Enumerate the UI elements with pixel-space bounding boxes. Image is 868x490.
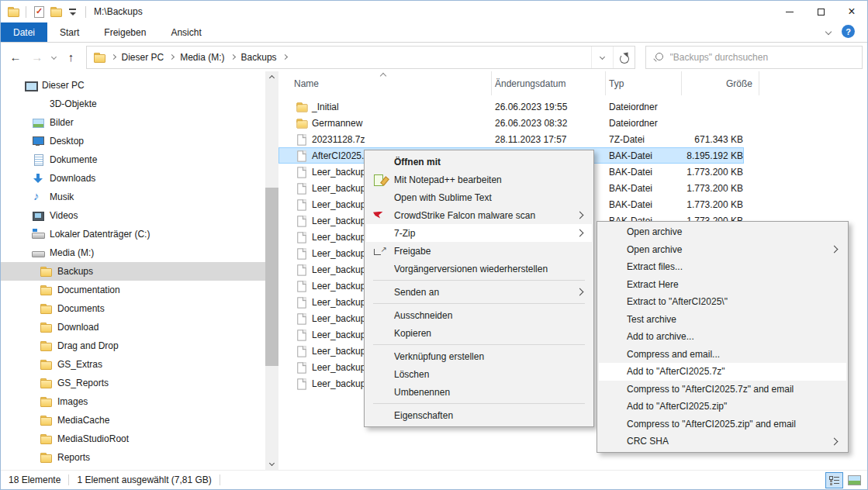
context-menu-item[interactable]: Löschen <box>366 365 592 383</box>
sidebar-item[interactable]: MediaCache <box>1 411 265 430</box>
context-menu-item[interactable]: Umbenennen <box>366 383 592 401</box>
sidebar-item[interactable]: GS_Extras <box>1 355 265 374</box>
close-button[interactable]: × <box>836 1 867 22</box>
minimize-button[interactable] <box>774 1 805 22</box>
selection-summary: 1 Element ausgewählt (7,81 GB) <box>77 474 211 485</box>
column-header-name[interactable]: Name <box>278 71 492 95</box>
context-menu-item[interactable]: Eigenschaften <box>366 406 592 424</box>
ribbon-tab[interactable]: Datei <box>1 22 47 42</box>
seven-zip-menu-item[interactable]: Extract files... <box>599 258 846 276</box>
help-icon[interactable]: ? <box>842 25 855 38</box>
refresh-button[interactable] <box>613 47 635 68</box>
seven-zip-menu-item[interactable]: Open archive <box>599 223 846 241</box>
documents-icon <box>32 154 44 166</box>
sidebar-item[interactable]: Dieser PC <box>1 76 265 95</box>
menu-item-label: Add to "AfterCI2025.zip" <box>627 401 832 412</box>
breadcrumb-item[interactable]: Backups <box>241 52 287 63</box>
sidebar-item[interactable]: Downloads <box>1 169 265 188</box>
seven-zip-menu-item[interactable]: Add to "AfterCI2025.zip" <box>599 398 846 416</box>
search-input[interactable] <box>670 52 849 63</box>
context-menu-item[interactable]: Ausschneiden <box>366 306 592 324</box>
scroll-down-button[interactable] <box>265 457 278 470</box>
context-menu-item[interactable] <box>373 344 585 345</box>
file-row[interactable]: Germannew 26.06.2023 08:32 Dateiordner <box>278 115 744 131</box>
sidebar-item[interactable]: GS_Reports <box>1 374 265 392</box>
new-folder-icon[interactable] <box>50 5 62 18</box>
menu-item-label: Extract Here <box>627 279 832 290</box>
up-button[interactable]: ↑ <box>61 47 81 67</box>
breadcrumb-chevron-icon <box>169 54 175 60</box>
maximize-button[interactable] <box>805 1 836 22</box>
sidebar-item[interactable]: 3D-Objekte <box>1 95 265 113</box>
status-separator <box>68 474 69 485</box>
context-menu-item[interactable] <box>373 403 585 404</box>
context-menu-item[interactable]: Freigabe <box>366 242 592 260</box>
seven-zip-menu-item[interactable]: Extract to "AfterCI2025\" <box>599 293 846 311</box>
context-menu-item[interactable]: Kopieren <box>366 324 592 342</box>
ribbon-tab[interactable]: Ansicht <box>158 22 213 42</box>
column-header-date[interactable]: Änderungsdatum <box>492 71 606 95</box>
context-menu-item[interactable]: Vorgängerversionen wiederherstellen <box>366 260 592 278</box>
ribbon-right-controls: ? <box>826 25 861 38</box>
qat-dropdown-icon[interactable] <box>67 5 79 18</box>
forward-button[interactable]: → <box>27 47 47 67</box>
seven-zip-menu-item[interactable]: Extract Here <box>599 276 846 294</box>
ribbon-tab[interactable]: Freigeben <box>92 22 158 42</box>
back-button[interactable]: ← <box>5 47 26 67</box>
context-menu-item[interactable]: Verknüpfung erstellen <box>366 347 592 365</box>
address-dropdown-button[interactable] <box>591 47 613 68</box>
address-bar[interactable]: Dieser PC Media (M:) Backups <box>86 46 635 69</box>
context-menu-item[interactable]: Open with Sublime Text <box>366 188 592 206</box>
scroll-up-button[interactable] <box>265 71 278 85</box>
seven-zip-menu-item[interactable]: Compress and email... <box>599 346 846 364</box>
context-menu-item[interactable]: Senden an <box>366 283 592 301</box>
ribbon-collapse-icon[interactable] <box>825 28 832 34</box>
sidebar-item[interactable]: MediaStudioRoot <box>1 430 265 448</box>
seven-zip-menu-item[interactable]: Test archive <box>599 311 846 329</box>
sidebar-item[interactable]: Backups <box>1 262 265 281</box>
sidebar-item[interactable]: Musik <box>1 188 265 206</box>
context-menu-item[interactable] <box>373 303 585 304</box>
explorer-folder-icon[interactable] <box>7 5 19 18</box>
sidebar-item[interactable]: Reports <box>1 448 265 467</box>
column-header-size[interactable]: Größe <box>682 71 759 95</box>
menu-item-icon <box>605 278 621 291</box>
context-menu-item[interactable]: Mit Notepad++ bearbeiten <box>366 171 592 188</box>
file-row[interactable]: _Initial 26.06.2023 19:55 Dateiordner <box>278 98 744 115</box>
context-menu-item[interactable]: CrowdStrike Falcon malware scan <box>366 206 592 224</box>
breadcrumb-item[interactable]: Dieser PC <box>122 52 175 63</box>
context-menu-item[interactable] <box>373 280 585 281</box>
sidebar-item[interactable]: Media (M:) <box>1 243 265 262</box>
recent-locations-button[interactable] <box>49 47 60 67</box>
sidebar-item[interactable]: Images <box>1 392 265 411</box>
sidebar-item[interactable]: Documents <box>1 299 265 318</box>
seven-zip-menu-item[interactable]: Compress to "AfterCI2025.zip" and email <box>599 416 846 433</box>
details-view-button[interactable] <box>825 472 843 488</box>
context-menu-item[interactable]: Öffnen mit <box>366 153 592 171</box>
breadcrumb-item[interactable]: Media (M:) <box>180 52 234 63</box>
sidebar-item[interactable]: Drag and Drop <box>1 336 265 355</box>
seven-zip-menu-item[interactable]: Compress to "AfterCI2025.7z" and email <box>599 381 846 399</box>
file-icon <box>296 296 307 308</box>
column-header-label: Name <box>294 78 319 89</box>
sidebar-item[interactable]: Dokumente <box>1 150 265 169</box>
sidebar-item[interactable]: Download <box>1 318 265 336</box>
file-row[interactable]: 20231128.7z 28.11.2023 17:57 7Z-Datei 67… <box>278 131 744 147</box>
sidebar-item[interactable]: Lokaler Datenträger (C:) <box>1 225 265 243</box>
sidebar-item[interactable]: Videos <box>1 206 265 225</box>
download-icon <box>32 172 44 185</box>
ribbon-tab[interactable]: Start <box>47 22 92 42</box>
title-bar: M:\Backups × <box>1 1 867 22</box>
seven-zip-menu-item[interactable]: Add to archive... <box>599 328 846 346</box>
context-menu-item[interactable]: 7-Zip <box>366 224 592 242</box>
properties-check-icon[interactable] <box>33 5 45 18</box>
thumbnails-view-button[interactable] <box>846 472 863 488</box>
scrollbar-thumb[interactable] <box>265 188 278 366</box>
seven-zip-menu-item[interactable]: Open archive <box>599 241 846 259</box>
column-header-type[interactable]: Typ <box>606 71 682 95</box>
sidebar-item[interactable]: Desktop <box>1 132 265 150</box>
seven-zip-menu-item[interactable]: Add to "AfterCI2025.7z" <box>599 363 846 381</box>
sidebar-item[interactable]: Bilder <box>1 113 265 132</box>
seven-zip-menu-item[interactable]: CRC SHA <box>599 433 846 450</box>
sidebar-item[interactable]: Documentation <box>1 281 265 299</box>
